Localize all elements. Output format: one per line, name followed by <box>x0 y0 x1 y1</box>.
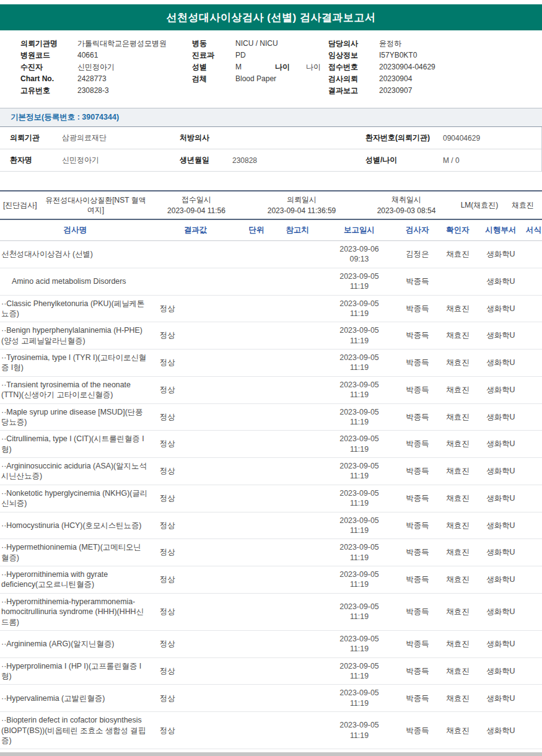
form-cell <box>525 431 542 458</box>
confirmer-name: 채효진 <box>439 593 477 630</box>
field-label: 임상정보 <box>328 50 379 61</box>
field-value: 230828 <box>232 156 365 165</box>
info-row: 담당의사윤정하 <box>328 38 533 50</box>
patient-info-section: 의뢰기관명가톨릭대학교은평성모병원병원코드40661수진자신민정아기Chart … <box>0 30 542 97</box>
form-cell <box>525 593 542 630</box>
result-row: ··Biopterin defect in cofactor biosynthe… <box>0 712 542 749</box>
field-value: 가톨릭대학교은평성모병원 <box>77 38 167 50</box>
result-value: 정상 <box>151 539 240 566</box>
basic-info-section: 기본정보(등록번호 : 39074344) 의뢰기관삼광의료재단처방의사환자번호… <box>0 108 542 172</box>
basic-info-header: 기본정보(등록번호 : 39074344) <box>0 108 542 127</box>
report-time: 11:19 <box>324 417 395 427</box>
exam-info-bar: [진단검사] 유전성대사이상질환[NST 혈액 여지] 접수일시 2023-09… <box>0 190 542 220</box>
column-header: 단위 <box>240 220 273 241</box>
field-value: 나이 <box>306 61 321 73</box>
report-datetime: 2023-09-0511:19 <box>322 431 396 458</box>
confirmer-name: 채효진 <box>439 566 477 594</box>
result-value: 정상 <box>151 322 240 349</box>
field-label: 담당의사 <box>328 38 379 50</box>
report-date: 2023-09-05 <box>324 602 395 612</box>
confirmer-name: 채효진 <box>439 512 477 539</box>
info-row: 성별M나이나이 <box>192 61 328 73</box>
unit <box>240 685 273 712</box>
examiner-name: 박종득 <box>396 295 439 322</box>
info-row: 결과보고20230907 <box>328 85 533 97</box>
column-header: 시행부서 <box>477 220 525 241</box>
examiner-name: 박종득 <box>396 685 439 712</box>
reference-range <box>273 295 322 322</box>
unit <box>240 593 273 630</box>
info-row: 진료과PD <box>192 50 328 61</box>
field-label: 검사의뢰 <box>328 73 379 85</box>
result-value: 정상 <box>151 485 240 512</box>
patient-info-column: 병동NICU / NICU진료과PD성별M나이나이검체Blood Paper <box>192 38 328 97</box>
result-value: 정상 <box>151 593 240 630</box>
result-value: 정상 <box>151 458 240 485</box>
unit <box>240 241 273 268</box>
result-row: ··Nonketotic hyperglycinemia (NKHG)(글리신뇌… <box>0 485 542 512</box>
form-cell <box>525 458 542 485</box>
report-datetime: 2023-09-0511:19 <box>322 566 396 594</box>
info-row: 검사의뢰20230904 <box>328 73 533 85</box>
test-name: ··Maple syrup urine disease [MSUD](단풍당뇨증… <box>0 403 151 431</box>
examiner-name: 박종득 <box>396 657 439 685</box>
confirmer-name: 채효진 <box>439 295 477 322</box>
test-name: 선천성대사이상검사 (선별) <box>0 241 151 268</box>
confirmer-name: 채효진 <box>439 685 477 712</box>
examiner-name: 박종득 <box>396 403 439 431</box>
field-label: 성별 <box>192 61 235 73</box>
unit <box>240 458 273 485</box>
reference-range <box>273 485 322 512</box>
field-label: 채취일시 <box>357 194 455 205</box>
patient-info-column: 의뢰기관명가톨릭대학교은평성모병원병원코드40661수진자신민정아기Chart … <box>20 38 192 97</box>
unit <box>240 630 273 657</box>
test-name: ··Homocystinuria (HCY)(호모시스틴뇨증) <box>0 512 151 539</box>
field-value: 230828-3 <box>77 85 109 97</box>
reference-range <box>273 712 322 749</box>
confirmer-name: 채효진 <box>439 349 477 377</box>
test-name: ··Classic Phenylketonuria (PKU)(페닐케톤뇨증) <box>0 295 151 322</box>
form-cell <box>525 630 542 657</box>
field-label: 의뢰일시 <box>246 194 357 205</box>
report-datetime: 2023-09-0511:19 <box>322 512 396 539</box>
report-date: 2023-09-05 <box>324 488 395 498</box>
field-value: 윤정하 <box>379 38 401 50</box>
confirmer-name: 채효진 <box>439 458 477 485</box>
department-name: 생화학U <box>477 403 525 431</box>
department-name: 생화학U <box>477 485 525 512</box>
confirmer-name: 채효진 <box>439 322 477 349</box>
department-name: 생화학U <box>477 712 525 749</box>
report-datetime: 2023-09-0511:19 <box>322 403 396 431</box>
info-row: 임상정보I57YB0KT0 <box>328 50 533 61</box>
report-time: 11:19 <box>324 444 395 454</box>
report-time: 11:19 <box>324 553 395 563</box>
report-date: 2023-09-05 <box>324 353 395 363</box>
confirmer-name: 채효진 <box>439 241 477 268</box>
result-row: ··Citrullinemia, type I (CIT)(시트룰린혈증 I형)… <box>0 431 542 458</box>
field-value: 20230904-04629 <box>379 61 435 73</box>
info-row: 검체Blood Paper <box>192 73 328 85</box>
report-time: 11:19 <box>324 498 395 508</box>
report-title: 선천성대사이상검사 (선별) 검사결과보고서 <box>0 4 542 30</box>
confirmer-name: 채효진 <box>439 630 477 657</box>
field-value: 2023-09-04 11:36:59 <box>246 205 357 216</box>
column-header: 결과값 <box>151 220 240 241</box>
result-value: 정상 <box>151 512 240 539</box>
field-value: M / 0 <box>443 156 541 165</box>
result-row: ··Benign hyperphenylalaninemia (H-PHE)(양… <box>0 322 542 349</box>
test-name: ··Hyperornithinemia with gyrate deficien… <box>0 566 151 594</box>
confirmer-name: 채효진 <box>439 431 477 458</box>
field-label: 검체 <box>192 73 235 85</box>
result-row: ··Hypervalinemia (고발린혈증)정상2023-09-0511:1… <box>0 685 542 712</box>
field-label: 병동 <box>192 38 235 50</box>
department-name: 생화학U <box>477 376 525 403</box>
field-label: 접수일시 <box>147 194 246 205</box>
report-date: 2023-09-05 <box>324 271 395 281</box>
result-row: 선천성대사이상검사 (선별)2023-09-0609:13김정은채효진생화학U <box>0 241 542 268</box>
test-name: ··Nonketotic hyperglycinemia (NKHG)(글리신뇌… <box>0 485 151 512</box>
field-value: Blood Paper <box>235 73 276 85</box>
field-label: 나이 <box>275 61 306 73</box>
result-row: ··Homocystinuria (HCY)(호모시스틴뇨증)정상2023-09… <box>0 512 542 539</box>
field-label: 수진자 <box>20 61 77 73</box>
form-cell <box>525 685 542 712</box>
